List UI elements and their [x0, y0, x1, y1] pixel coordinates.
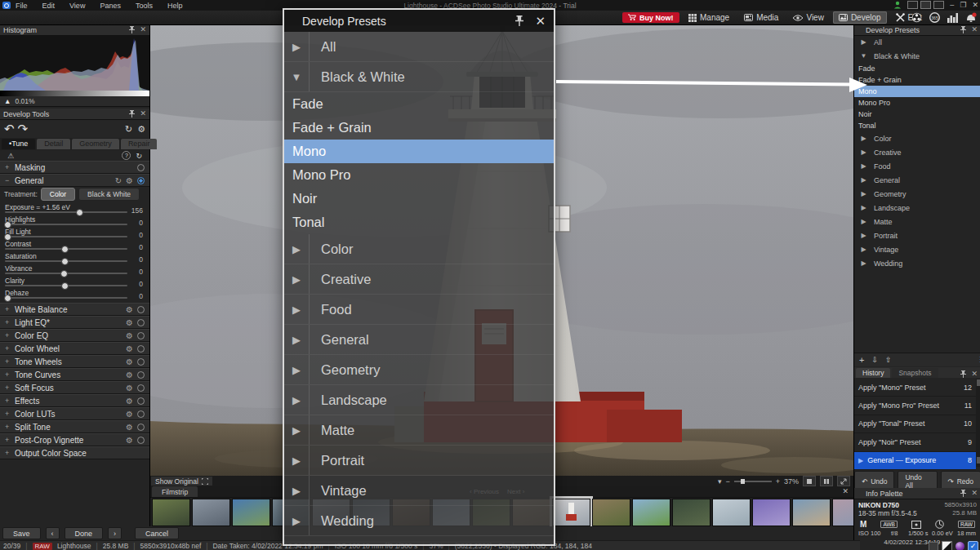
chevron-down-icon[interactable]: ▼ [858, 52, 869, 60]
slider-track[interactable] [5, 273, 127, 274]
toggle-circle-icon[interactable] [137, 332, 145, 339]
gear-icon[interactable]: ⚙ [126, 318, 133, 327]
show-original-button[interactable]: Show Original [151, 477, 212, 486]
history-scrollbar[interactable] [976, 379, 980, 467]
sidebar-preset-vintage[interactable]: ▶Vintage [854, 242, 980, 256]
slider-track[interactable] [5, 285, 127, 286]
chevron-right-icon[interactable]: ▶ [284, 506, 310, 535]
preset-landscape[interactable]: ▶Landscape [284, 385, 554, 415]
preset-wedding[interactable]: ▶Wedding [284, 506, 554, 536]
sidebar-preset-wedding[interactable]: ▶Wedding [854, 256, 980, 270]
user-account-icon[interactable] [893, 1, 902, 9]
section-color-wheel[interactable]: +Color Wheel⚙ [0, 342, 149, 355]
checked-checkbox-icon[interactable]: ✓ [968, 541, 978, 550]
mode-manage-button[interactable]: Manage [683, 11, 735, 24]
thumbnail[interactable] [632, 499, 670, 526]
chevron-right-icon[interactable]: ▶ [284, 234, 310, 264]
gear-icon[interactable]: ⚙ [126, 397, 133, 406]
previous-image-button[interactable]: ‹ [46, 527, 60, 539]
chevron-right-icon[interactable]: ▶ [858, 259, 869, 267]
chevron-right-icon[interactable]: ▶ [284, 325, 310, 354]
close-icon[interactable]: ✕ [971, 370, 978, 378]
toggle-circle-icon[interactable] [137, 410, 145, 418]
slider-track[interactable] [5, 248, 127, 250]
zoom-out-icon[interactable]: − [725, 477, 729, 486]
preset-creative[interactable]: ▶Creative [284, 264, 554, 295]
gear-icon[interactable]: ⚙ [126, 357, 133, 366]
mode-view-button[interactable]: View [787, 11, 830, 24]
thumbnail-selected[interactable] [552, 499, 590, 526]
history-entry[interactable]: ▶Apply "Tonal" Preset10 [854, 415, 976, 433]
history-entry[interactable]: ▶Apply "Noir" Preset9 [854, 433, 976, 451]
sidebar-preset-portrait[interactable]: ▶Portrait [854, 228, 980, 242]
buy-now-button[interactable]: Buy Now! [622, 12, 679, 23]
history-entry[interactable]: ▶General — Exposure8 [854, 452, 976, 470]
pin-icon[interactable] [960, 26, 966, 33]
slider-track[interactable] [5, 224, 127, 225]
layout-switch-buttons[interactable] [907, 1, 944, 9]
history-entry[interactable]: ▶Apply "Mono Pro" Preset11 [854, 397, 976, 415]
pin-icon[interactable] [960, 490, 966, 497]
preset-fade[interactable]: Fade [284, 92, 554, 116]
gear-icon[interactable]: ⚙ [126, 436, 133, 445]
close-icon[interactable]: ✕ [140, 26, 146, 33]
toggle-circle-icon[interactable] [137, 437, 145, 444]
thumbnail[interactable] [152, 499, 190, 526]
treatment-bw-button[interactable]: Black & White [78, 188, 140, 201]
zoom-slider[interactable] [734, 481, 772, 482]
close-icon[interactable]: ✕ [971, 490, 978, 497]
close-button[interactable]: ✕ [972, 2, 978, 9]
masking-section[interactable]: + Masking [0, 161, 149, 174]
floating-panel-titlebar[interactable]: Develop Presets ✕ [284, 10, 554, 32]
gear-icon[interactable]: ⚙ [126, 305, 133, 314]
chevron-right-icon[interactable]: ▶ [284, 355, 310, 384]
toggle-circle-icon[interactable] [137, 397, 145, 405]
gear-icon[interactable]: ⚙ [126, 423, 133, 432]
restore-button[interactable]: ❐ [960, 2, 966, 9]
toggle-circle-icon[interactable] [137, 384, 145, 392]
save-button[interactable]: Save [2, 527, 41, 539]
preset-general[interactable]: ▶General [284, 325, 554, 355]
preset-vintage[interactable]: ▶Vintage [284, 476, 554, 506]
actual-size-button[interactable] [803, 476, 816, 486]
preset-fade-grain[interactable]: Fade + Grain [284, 116, 554, 140]
gear-icon[interactable]: ⚙ [126, 410, 133, 419]
sidebar-preset-landscape[interactable]: ▶Landscape [854, 201, 980, 215]
close-icon[interactable]: ✕ [971, 26, 978, 33]
sidebar-preset-all[interactable]: ▶All [854, 35, 980, 49]
slider-track[interactable] [5, 260, 127, 262]
bw-threshold-icon[interactable] [942, 541, 952, 550]
undo-icon[interactable]: ↶ [4, 122, 15, 136]
preset-color[interactable]: ▶Color [284, 234, 554, 264]
chevron-right-icon[interactable]: ▶ [858, 162, 869, 170]
section-output-color-space[interactable]: +Output Color Space [0, 446, 149, 459]
pin-icon[interactable] [129, 26, 135, 33]
color-wheel-icon[interactable] [911, 12, 922, 23]
slider-track[interactable] [5, 211, 127, 213]
mode-develop-button[interactable]: Develop [833, 11, 887, 24]
chevron-right-icon[interactable]: ▶ [858, 190, 869, 197]
export-icon[interactable]: ⇧ [885, 356, 892, 364]
thumbnail[interactable] [192, 499, 230, 526]
toggle-circle-icon[interactable] [137, 164, 145, 171]
tab-snapshots[interactable]: Snapshots [892, 368, 938, 378]
pin-icon[interactable] [960, 370, 966, 378]
slider-track[interactable] [5, 236, 127, 237]
toggle-circle-icon[interactable] [137, 319, 145, 326]
close-icon[interactable]: ✕ [535, 17, 546, 24]
gray-swatch-icon[interactable] [929, 542, 938, 550]
chevron-right-icon[interactable]: ▶ [858, 149, 869, 156]
chevron-right-icon[interactable]: ▶ [284, 476, 310, 505]
sidebar-preset-noir[interactable]: Noir [854, 109, 980, 120]
thumbnail[interactable] [712, 499, 751, 526]
chevron-right-icon[interactable]: ▶ [284, 295, 310, 324]
warning-icon[interactable]: ⚠ [7, 152, 14, 160]
toggle-circle-icon[interactable] [137, 371, 145, 379]
chevron-right-icon[interactable]: ▶ [284, 385, 310, 415]
section-tone-wheels[interactable]: +Tone Wheels⚙ [0, 355, 149, 368]
tab-detail[interactable]: Detail [37, 139, 70, 149]
thumbnail[interactable] [752, 499, 791, 526]
sidebar-preset-mono[interactable]: Mono [854, 86, 980, 97]
section-color-eq[interactable]: +Color EQ⚙ [0, 329, 149, 342]
chevron-right-icon[interactable]: ▶ [284, 446, 310, 475]
